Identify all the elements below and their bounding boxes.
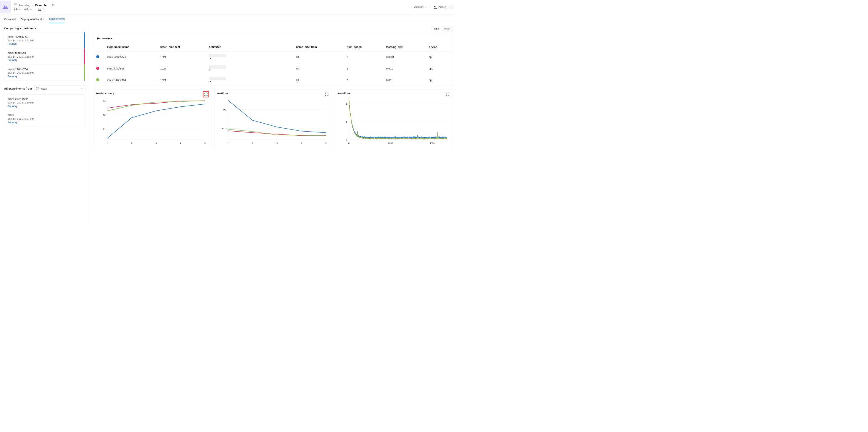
all-experiments-label: All experiments from (4, 87, 32, 91)
col-optimizer: optimizer (206, 43, 293, 52)
share-button[interactable]: Share (434, 6, 446, 9)
toggle-grid[interactable]: Grid (432, 26, 441, 32)
cell-experiment-name: mnist-49685341 (104, 51, 157, 63)
app-icon[interactable] (0, 1, 11, 13)
content: Grid Wide Parameters Experiment name bat… (89, 23, 456, 227)
caret-down-icon (30, 8, 32, 11)
svg-text:98: 98 (103, 114, 105, 117)
top-toolbar: Modeling › Example File Help 1 (0, 0, 457, 14)
experiment-source[interactable]: Foundry (8, 42, 82, 46)
cell-learning-rate: 0.001 (383, 63, 426, 74)
chart-train-loss: train/loss 012020004000 (335, 89, 453, 148)
expand-icon (204, 92, 208, 96)
experiment-card[interactable]: mnist-f1cdf5e8 Jan 14, 2025, 1:38 PM Fou… (4, 48, 85, 65)
experiment-card[interactable]: mnist-e2e99562 Jan 14, 2025, 1:30 PM Fou… (4, 95, 85, 111)
caret-down-icon (425, 6, 427, 9)
experiment-time: Jan 14, 2025, 1:38 PM (8, 55, 82, 59)
actions-menu[interactable]: Actions (414, 6, 427, 9)
sidebar: Comparing experiments mnist-49685341 Jan… (0, 23, 89, 227)
experiment-name: mnist-f1cdf5e8 (8, 52, 82, 55)
cell-batch-size-train: 64 (293, 74, 344, 86)
breadcrumb: Modeling › Example (14, 3, 414, 7)
table-row: mnist-170be7641024'>6450.001cpu (94, 74, 453, 86)
row-color-dot (94, 51, 104, 63)
svg-text:4: 4 (180, 142, 181, 144)
experiment-source[interactable]: Foundry (8, 75, 82, 78)
col-num-epoch: num_epoch (344, 43, 383, 52)
expand-icon (446, 92, 450, 96)
svg-text:1: 1 (346, 121, 347, 123)
parameters-panel: Parameters Experiment name batch_size_te… (93, 34, 453, 86)
experiment-source[interactable]: Foundry (8, 59, 82, 62)
svg-point-5 (435, 6, 436, 7)
col-experiment: Experiment name (104, 43, 157, 52)
svg-text:3: 3 (155, 142, 157, 144)
menu-file[interactable]: File (14, 8, 21, 11)
cell-num-epoch: 5 (344, 63, 383, 74)
window-icon (14, 4, 17, 7)
parameters-title: Parameters (94, 34, 453, 43)
svg-text:4000: 4000 (430, 142, 434, 144)
branch-value: master (41, 88, 48, 90)
experiment-name: mnist-49685341 (8, 35, 82, 38)
experiment-card[interactable]: mnist-49685341 Jan 14, 2025, 1:41 PM Fou… (4, 32, 85, 48)
tab-experiments[interactable]: Experiments (49, 15, 65, 23)
col-batch-size-test: batch_size_test (157, 43, 206, 52)
cell-optimizer: '> (206, 63, 293, 74)
experiment-card[interactable]: mnist-170be764 Jan 14, 2025, 1:33 PM Fou… (4, 65, 85, 81)
outline-icon[interactable] (450, 5, 454, 9)
star-icon[interactable] (52, 3, 55, 7)
cell-batch-size-train: 64 (293, 63, 344, 74)
svg-text:0.1: 0.1 (223, 108, 226, 111)
experiment-source[interactable]: Foundry (8, 105, 82, 108)
svg-text:1: 1 (227, 142, 228, 144)
chart-title: test/loss (217, 92, 329, 95)
experiment-name: mnist-170be764 (8, 67, 82, 71)
table-row: mnist-f1cdf5e81024'>6450.001cpu (94, 63, 453, 74)
svg-text:2000: 2000 (388, 142, 393, 144)
tab-deployment-health[interactable]: Deployment health (21, 16, 44, 23)
chart-title: train/loss (338, 92, 450, 95)
svg-rect-11 (451, 8, 454, 8)
svg-text:5: 5 (205, 142, 206, 144)
users-icon (38, 8, 41, 11)
svg-text:5: 5 (325, 142, 327, 144)
experiment-source[interactable]: Foundry (8, 121, 82, 124)
svg-rect-9 (451, 7, 454, 7)
cell-learning-rate: 0.001 (383, 74, 426, 86)
svg-point-6 (450, 6, 450, 6)
cell-experiment-name: mnist-f1cdf5e8 (104, 63, 157, 74)
svg-text:99: 99 (103, 100, 105, 103)
svg-text:2: 2 (131, 142, 132, 144)
branch-select[interactable]: master (34, 85, 85, 92)
cell-device: cpu (426, 74, 453, 86)
parameters-table: Experiment name batch_size_test optimize… (94, 43, 453, 86)
col-learning-rate: learning_rate (383, 43, 426, 52)
tabs-bar: Overview Deployment health Experiments (0, 14, 457, 23)
cell-batch-size-test: 1024 (157, 51, 206, 63)
svg-text:0: 0 (348, 142, 349, 144)
svg-point-8 (450, 7, 450, 7)
viewers-count[interactable]: 1 (38, 8, 44, 11)
cell-batch-size-test: 1024 (157, 74, 206, 86)
svg-point-12 (36, 87, 37, 88)
col-batch-size-train: batch_size_train (293, 43, 344, 52)
cell-device: cpu (426, 51, 453, 63)
svg-text:2: 2 (252, 142, 253, 144)
breadcrumb-sep: › (32, 4, 33, 7)
svg-text:2: 2 (346, 103, 347, 105)
tab-overview[interactable]: Overview (4, 16, 16, 23)
breadcrumb-parent[interactable]: Modeling (19, 4, 30, 7)
toggle-wide[interactable]: Wide (441, 26, 453, 32)
svg-point-4 (434, 6, 435, 7)
cell-num-epoch: 5 (344, 74, 383, 86)
cell-batch-size-test: 1024 (157, 63, 206, 74)
table-row: mnist-496853411024'>6450.0001cpu (94, 51, 453, 63)
chart-body: 012020004000 (338, 96, 450, 146)
experiment-card[interactable]: mnist Jan 14, 2025, 1:27 PM Foundry (4, 111, 85, 127)
branch-icon (36, 87, 39, 91)
mountain-icon (2, 3, 9, 10)
people-icon (434, 6, 437, 9)
comparing-list: mnist-49685341 Jan 14, 2025, 1:41 PM Fou… (4, 32, 86, 81)
menu-help[interactable]: Help (24, 8, 32, 11)
